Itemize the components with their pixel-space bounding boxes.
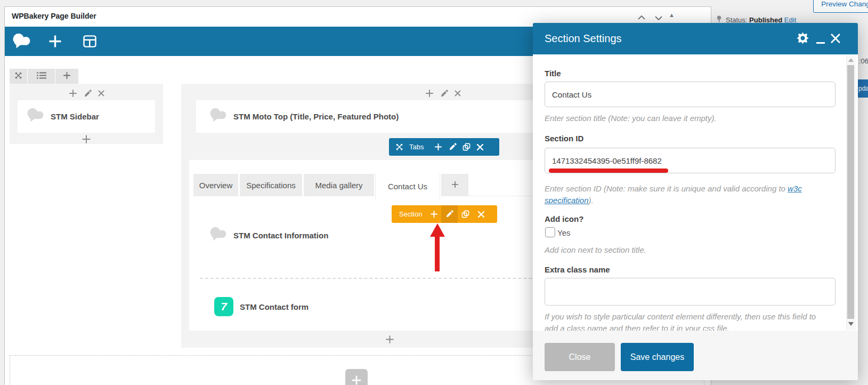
- section-id-field-label: Section ID: [545, 134, 583, 143]
- annotation-arrow-head: [430, 223, 445, 237]
- clone-icon[interactable]: [458, 205, 473, 223]
- order-up-icon[interactable]: ▲: [669, 12, 675, 18]
- element-label: STM Contact form: [240, 302, 309, 311]
- save-changes-button[interactable]: Save changes: [621, 343, 694, 371]
- scroll-up-icon[interactable]: [848, 58, 854, 62]
- add-icon-field-help: Add icon next to section title.: [545, 245, 646, 254]
- add-icon-field-label: Add icon?: [545, 214, 583, 223]
- plus-icon: [62, 71, 71, 82]
- add-element-icon[interactable]: [48, 34, 62, 49]
- plus-icon: [451, 180, 459, 190]
- title-input[interactable]: [545, 82, 835, 107]
- tab-label: Specifications: [246, 181, 296, 190]
- delete-x-icon[interactable]: [473, 205, 489, 223]
- element-label: STM Contact Information: [233, 231, 328, 240]
- section-badge-label: Section: [399, 210, 422, 218]
- add-row-button[interactable]: [345, 369, 368, 385]
- update-button-label: pda: [858, 85, 868, 92]
- publish-time-fragment: :06: [859, 57, 868, 65]
- wpbakery-logo-icon: [11, 33, 32, 50]
- element-stm-contact-form[interactable]: 7 STM Contact form: [214, 294, 513, 319]
- preview-changes-label: Preview Chang: [821, 0, 868, 8]
- element-stm-contact-information[interactable]: STM Contact Information: [200, 220, 498, 250]
- chevron-down-icon[interactable]: [655, 13, 662, 22]
- help-text: ).: [589, 196, 594, 205]
- tab-label: Contact Us: [388, 182, 427, 191]
- add-icon-checkbox-label: Yes: [557, 228, 570, 237]
- tab-label: Overview: [199, 181, 233, 190]
- add-icon-checkbox[interactable]: [545, 227, 555, 237]
- move-icon[interactable]: [395, 138, 403, 156]
- add-icon[interactable]: [434, 138, 443, 156]
- edit-pencil-icon[interactable]: [449, 138, 457, 156]
- extra-class-field-label: Extra class name: [545, 265, 610, 274]
- add-icon[interactable]: [426, 205, 441, 223]
- tab-media-gallery[interactable]: Media gallery: [304, 174, 374, 196]
- section-id-field-help: Enter section ID (Note: make sure it is …: [545, 183, 832, 206]
- scroll-down-icon[interactable]: [848, 322, 854, 326]
- column-append-control: [10, 134, 163, 145]
- plus-icon: [351, 374, 362, 385]
- add-icon[interactable]: [425, 89, 434, 98]
- edit-pencil-icon[interactable]: [84, 90, 92, 98]
- close-icon[interactable]: [830, 33, 841, 44]
- close-button[interactable]: Close: [545, 343, 615, 371]
- extra-class-input[interactable]: [545, 278, 835, 306]
- w3c-link[interactable]: w3c: [788, 184, 802, 193]
- modal-title: Section Settings: [545, 33, 622, 45]
- row-layout-button[interactable]: [28, 69, 55, 84]
- help-text: Enter section ID (Note: make sure it is …: [545, 184, 788, 193]
- element-label: STM Moto Top (Title, Price, Featured Pho…: [233, 112, 399, 121]
- plus-icon[interactable]: [385, 334, 395, 344]
- title-field-help: Enter section title (Note: you can leave…: [545, 114, 717, 123]
- wpbakery-element-logo-icon: [208, 108, 228, 125]
- edit-pencil-icon[interactable]: [441, 205, 458, 223]
- tab-overview[interactable]: Overview: [193, 174, 238, 196]
- tab-add-button[interactable]: [441, 174, 468, 196]
- row-add-button[interactable]: [55, 69, 78, 84]
- delete-x-icon[interactable]: [98, 90, 105, 97]
- element-stm-sidebar[interactable]: STM Sidebar: [18, 100, 155, 133]
- contact-form-7-icon: 7: [214, 297, 233, 316]
- edit-pencil-icon[interactable]: [440, 90, 448, 98]
- wpbakery-element-logo-icon: [208, 227, 228, 244]
- move-icon: [14, 71, 22, 82]
- plus-icon[interactable]: [81, 134, 92, 145]
- delete-x-icon[interactable]: [454, 90, 461, 97]
- tabs-badge-label: Tabs: [409, 143, 424, 151]
- cf7-badge: 7: [221, 300, 227, 313]
- tab-contact-us[interactable]: Contact Us: [376, 173, 440, 199]
- help-text: If you wish to style particular content …: [545, 312, 816, 321]
- clone-icon[interactable]: [463, 138, 470, 156]
- gear-icon[interactable]: [797, 32, 809, 44]
- list-icon: [37, 71, 46, 82]
- panel-title: WPBakery Page Builder: [12, 12, 96, 20]
- w3c-specification-link[interactable]: specification: [545, 196, 589, 205]
- screen: Preview Chang Status: Published Edit :06…: [0, 0, 868, 385]
- title-field-label: Title: [545, 69, 561, 78]
- element-label: STM Sidebar: [51, 112, 99, 121]
- chevron-up-icon[interactable]: [638, 12, 645, 22]
- tab-label: Media gallery: [315, 181, 362, 190]
- row-drag-handle[interactable]: [10, 69, 27, 84]
- tab-specifications[interactable]: Specifications: [240, 174, 302, 196]
- delete-x-icon[interactable]: [476, 138, 484, 156]
- preview-changes-button[interactable]: Preview Chang: [813, 0, 868, 13]
- tabs-control-bar: Tabs: [389, 138, 499, 156]
- wpbakery-element-logo-icon: [25, 108, 45, 125]
- annotation-arrow-shaft: [435, 236, 440, 271]
- modal-scrollbar-thumb[interactable]: [847, 65, 854, 319]
- section-control-bar: Section: [392, 205, 497, 223]
- annotation-underline: [549, 169, 668, 173]
- templates-icon[interactable]: [83, 34, 97, 49]
- minimize-icon[interactable]: [816, 42, 825, 44]
- column-controls: [10, 86, 163, 100]
- add-icon[interactable]: [68, 89, 78, 98]
